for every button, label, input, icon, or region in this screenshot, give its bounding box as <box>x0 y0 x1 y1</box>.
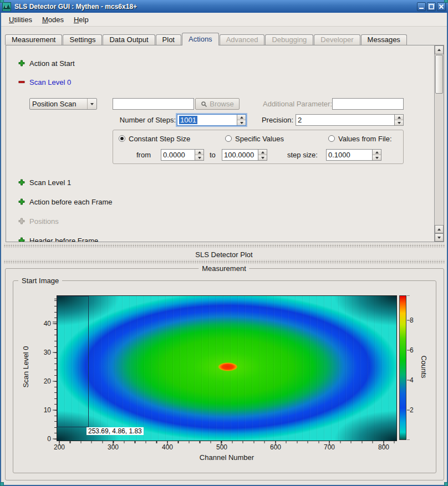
scroll-up-button-bottom[interactable] <box>435 225 444 233</box>
to-label: to <box>210 149 216 161</box>
number-of-steps-spinbox[interactable]: 1001 <box>177 114 246 126</box>
y-tick-label: 10 <box>32 406 51 414</box>
specific-values-option[interactable]: Specific Values <box>225 135 284 142</box>
spin-up-icon[interactable] <box>395 115 403 120</box>
tab-data-output[interactable]: Data Output <box>103 34 155 45</box>
spin-down-icon[interactable] <box>373 155 381 160</box>
scan-level-1-label: Scan Level 1 <box>29 178 71 187</box>
y-tick-label: 0 <box>32 435 51 443</box>
spin-buttons <box>258 150 267 160</box>
radio-values-from-file[interactable] <box>328 135 335 142</box>
add-icon-disabled <box>18 218 25 224</box>
splitter-handle[interactable] <box>3 244 445 248</box>
scrollbar-thumb[interactable] <box>435 55 443 94</box>
action-at-start-row[interactable]: Action at Start <box>18 59 75 68</box>
step-size-spinbox[interactable]: 0.1000 <box>326 149 381 161</box>
tab-debugging: Debugging <box>265 34 313 45</box>
tab-settings[interactable]: Settings <box>63 34 102 45</box>
from-label: from <box>136 149 151 161</box>
spin-buttons <box>195 150 203 160</box>
vertical-scrollbar[interactable] <box>434 45 444 242</box>
x-tick-label: 600 <box>270 443 281 451</box>
additional-parameter-input[interactable] <box>332 98 404 110</box>
radio-specific-values[interactable] <box>225 135 232 142</box>
specific-values-label: Specific Values <box>235 135 284 143</box>
close-button[interactable] <box>437 2 446 11</box>
spin-up-icon[interactable] <box>237 115 246 120</box>
x-tick-label: 800 <box>378 443 389 451</box>
window-corner-grip[interactable] <box>444 482 448 486</box>
zoom-selection-rect <box>57 296 89 427</box>
window-corner-grip[interactable] <box>0 482 4 486</box>
minimize-button[interactable] <box>417 2 426 11</box>
precision-value: 2 <box>298 116 302 124</box>
to-spinbox[interactable]: 100.0000 <box>222 149 267 161</box>
y-tick-label: 20 <box>32 377 51 385</box>
scan-level-0-row[interactable]: Scan Level 0 <box>18 78 71 86</box>
x-tick-label: 700 <box>324 443 335 451</box>
colorbar-tick-label: 8 <box>410 316 423 324</box>
x-tick-label: 200 <box>54 443 65 451</box>
positions-label: Positions <box>29 217 59 226</box>
browse-icon <box>201 101 207 108</box>
scroll-up-button[interactable] <box>435 45 444 54</box>
scan-level-1-row[interactable]: Scan Level 1 <box>18 178 71 187</box>
combo-dropdown-icon[interactable] <box>87 99 96 109</box>
scroll-down-button[interactable] <box>435 233 444 242</box>
x-tick-label: 300 <box>108 443 119 451</box>
tab-messages[interactable]: Messages <box>361 34 407 45</box>
spin-down-icon[interactable] <box>237 120 246 125</box>
remove-icon <box>18 79 25 85</box>
scan-script-input[interactable] <box>113 98 194 110</box>
constant-step-option[interactable]: Constant Step Size <box>119 135 190 142</box>
maximize-button[interactable] <box>427 2 436 11</box>
start-image-group-title: Start Image <box>18 277 62 285</box>
spin-up-icon[interactable] <box>373 150 381 155</box>
tabbar: Measurement Settings Data Output Plot Ac… <box>5 32 443 45</box>
tab-developer: Developer <box>314 34 360 45</box>
step-range-groupbox: Constant Step Size Specific Values Value… <box>113 130 404 164</box>
spin-down-icon[interactable] <box>258 155 267 160</box>
precision-spinbox[interactable]: 2 <box>296 114 404 126</box>
header-before-frame-row[interactable]: Header before Frame <box>18 236 98 242</box>
spin-up-icon[interactable] <box>258 150 267 155</box>
spin-down-icon[interactable] <box>195 155 203 160</box>
tab-plot[interactable]: Plot <box>156 34 181 45</box>
minimize-icon <box>418 3 425 10</box>
heatmap-canvas[interactable]: 253.69, 4.86, 1.83 <box>57 295 397 441</box>
tab-actions[interactable]: Actions <box>182 33 219 45</box>
splitter-handle[interactable] <box>3 260 445 264</box>
colorbar <box>399 295 406 440</box>
number-of-steps-value: 1001 <box>179 116 197 124</box>
menu-utilities[interactable]: Utilities <box>4 14 37 25</box>
spin-buttons <box>372 150 381 160</box>
window-title: SLS Detector GUI : Mythen - mcs6x18+ <box>14 3 137 11</box>
colorbar-title: Counts <box>420 355 428 378</box>
menu-modes[interactable]: Modes <box>38 14 68 25</box>
action-before-frame-row[interactable]: Action before each Frame <box>18 197 113 206</box>
application-window: SLS Detector GUI : Mythen - mcs6x18+ Uti… <box>0 0 448 486</box>
tab-measurement[interactable]: Measurement <box>5 34 62 45</box>
values-from-file-label: Values from File: <box>338 135 392 143</box>
menubar: Utilities Modes Help <box>1 13 447 27</box>
scan-type-combo[interactable]: Position Scan <box>29 98 97 110</box>
menu-help[interactable]: Help <box>69 14 93 25</box>
measurement-group-title: Measurement <box>198 264 249 273</box>
titlebar[interactable]: SLS Detector GUI : Mythen - mcs6x18+ <box>0 0 448 13</box>
window-corner-grip[interactable] <box>444 0 448 3</box>
from-spinbox[interactable]: 0.0000 <box>161 149 204 161</box>
window-corner-grip[interactable] <box>0 0 4 3</box>
step-size-value: 0.1000 <box>328 151 350 159</box>
values-from-file-option[interactable]: Values from File: <box>328 135 392 142</box>
spin-up-icon[interactable] <box>195 150 203 155</box>
browse-label: Browse <box>210 100 233 108</box>
radio-constant-step[interactable] <box>119 135 125 142</box>
to-value: 100.0000 <box>224 151 254 159</box>
positions-row: Positions <box>18 217 59 226</box>
spin-down-icon[interactable] <box>395 120 403 125</box>
step-size-label: step size: <box>287 149 318 161</box>
x-tick-label: 400 <box>162 443 173 451</box>
spin-buttons <box>237 115 246 125</box>
colorbar-tick-label: 2 <box>410 406 423 414</box>
add-icon <box>18 179 25 186</box>
